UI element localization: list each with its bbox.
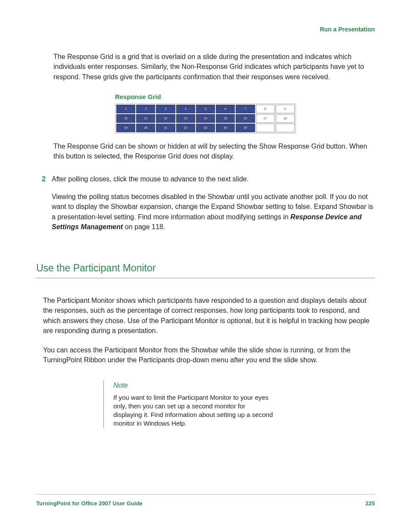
grid-cell: 25 [236,124,255,132]
step-number: 2 [36,174,46,240]
step-body: After polling closes, click the mouse to… [52,174,375,240]
intro-block: The Response Grid is a grid that is over… [53,52,375,82]
section-paragraph-1: The Participant Monitor shows which part… [43,296,375,336]
grid-cell: 19 [116,124,135,132]
step-text-c: on page 118. [123,223,165,230]
footer-doc-title: TurningPoint for Office 2007 User Guide [36,500,143,508]
grid-cell: 4 [176,105,195,113]
grid-cell: 22 [176,124,195,132]
grid-cell: 21 [156,124,175,132]
note-title: Note [113,380,276,390]
response-grid-figure: Response Grid 12345678910111213141516171… [115,92,296,134]
note-body: If you want to limit the Participant Mon… [113,393,276,428]
step-line: After polling closes, click the mouse to… [52,174,375,184]
grid-cell: 15 [216,114,235,123]
grid-cell: 11 [136,114,155,123]
grid-cell: 6 [216,105,235,113]
grid-cell: 24 [216,124,235,132]
grid-cell: 23 [196,124,215,132]
grid-cell: 14 [196,114,215,123]
grid-row: 101112131415161718 [116,114,295,123]
chapter-header: Run a Presentation [36,25,375,34]
figure-title: Response Grid [115,92,296,102]
grid-cell: 12 [156,114,175,123]
grid-cell: 5 [196,105,215,113]
footer-page-number: 225 [365,500,375,508]
step-2: 2 After polling closes, click the mouse … [36,174,375,240]
grid-cell: 10 [116,114,135,123]
grid-row: 19202122232425 [116,124,295,132]
grid-cell: 7 [236,105,255,113]
grid-cell: 2 [136,105,155,113]
note-block: Note If you want to limit the Participan… [103,380,276,428]
response-grid: 1234567891011121314151617181920212223242… [115,103,296,134]
grid-cell: 16 [236,114,255,123]
page-footer: TurningPoint for Office 2007 User Guide … [36,494,375,508]
grid-cell: 17 [256,114,275,123]
grid-cell: 20 [136,124,155,132]
grid-cell: 13 [176,114,195,123]
section-paragraph-2: You can access the Participant Monitor f… [43,345,375,365]
grid-cell: 3 [156,105,175,113]
grid-cell: 1 [116,105,135,113]
after-figure-block: The Response Grid can be shown or hidden… [53,141,375,161]
after-figure-paragraph: The Response Grid can be shown or hidden… [53,141,375,161]
grid-cell [276,124,295,132]
grid-cell [256,124,275,132]
section-heading: Use the Participant Monitor [36,261,375,275]
grid-cell: 8 [256,105,275,113]
grid-row: 123456789 [116,105,295,113]
document-page: Run a Presentation The Response Grid is … [0,0,411,428]
intro-paragraph: The Response Grid is a grid that is over… [53,52,375,82]
grid-cell: 9 [276,105,295,113]
section-rule [36,278,375,278]
step-detail: Viewing the polling status becomes disab… [52,192,375,232]
grid-cell: 18 [276,114,295,123]
